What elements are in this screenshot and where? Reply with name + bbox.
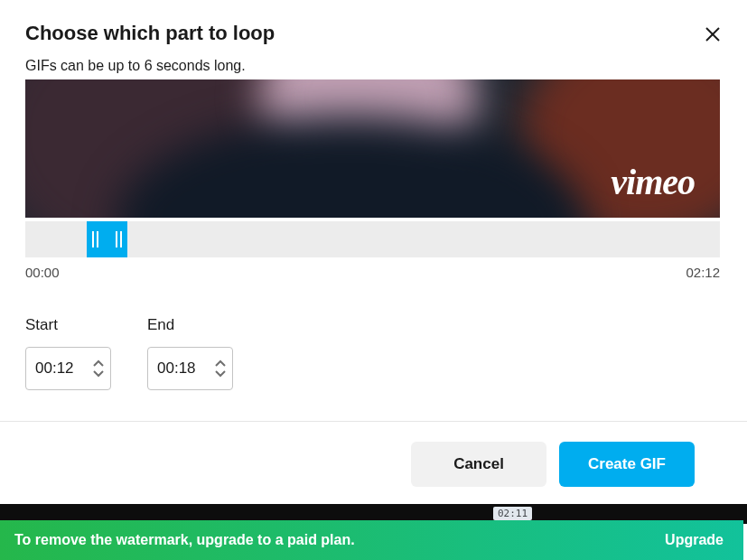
grip-right-icon xyxy=(116,231,122,247)
chevron-up-icon[interactable] xyxy=(214,359,227,368)
timeline-track[interactable] xyxy=(25,221,720,257)
banner-message: To remove the watermark, upgrade to a pa… xyxy=(14,532,355,548)
end-time-stepper[interactable]: 00:18 xyxy=(147,347,233,390)
watermark-logo: vimeo xyxy=(611,161,695,203)
gif-loop-dialog: Choose which part to loop GIFs can be up… xyxy=(0,0,747,507)
upgrade-banner: To remove the watermark, upgrade to a pa… xyxy=(0,520,743,560)
end-label: End xyxy=(147,316,233,334)
grip-left-icon xyxy=(92,231,98,247)
chevron-down-icon[interactable] xyxy=(214,369,227,378)
selection-handle[interactable] xyxy=(87,221,127,257)
start-label: Start xyxy=(25,316,111,334)
timeline-end-time: 02:12 xyxy=(686,265,720,280)
chevron-down-icon[interactable] xyxy=(92,369,105,378)
start-time-value: 00:12 xyxy=(35,359,74,378)
start-time-stepper[interactable]: 00:12 xyxy=(25,347,111,390)
chevron-up-icon[interactable] xyxy=(92,359,105,368)
background-timestamp: 02:11 xyxy=(493,507,532,520)
dialog-subtitle: GIFs can be up to 6 seconds long. xyxy=(25,58,722,74)
timeline-start-time: 00:00 xyxy=(25,265,60,280)
close-icon[interactable] xyxy=(704,25,722,43)
end-time-value: 00:18 xyxy=(157,359,196,378)
upgrade-button[interactable]: Upgrade xyxy=(665,532,724,548)
video-preview: vimeo xyxy=(25,79,720,218)
dialog-title: Choose which part to loop xyxy=(25,22,275,45)
create-gif-button[interactable]: Create GIF xyxy=(559,442,695,487)
cancel-button[interactable]: Cancel xyxy=(411,442,546,487)
